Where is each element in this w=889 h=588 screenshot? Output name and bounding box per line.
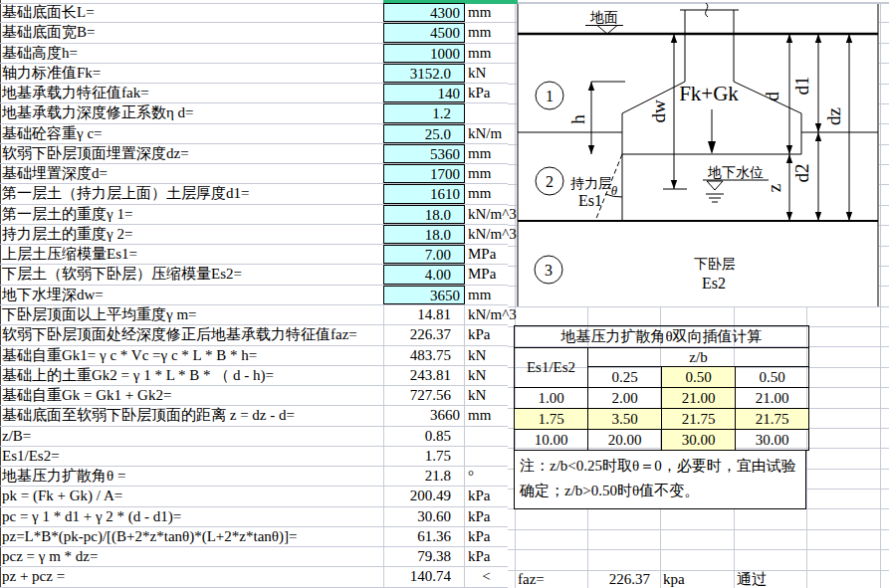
- dim-label-h: h: [567, 114, 588, 124]
- row-unit: kN/m^3: [465, 225, 508, 244]
- row-value-cell[interactable]: 21.8: [383, 467, 465, 486]
- dim-label-d1: d1: [791, 77, 812, 96]
- row-label: 基础上的土重Gk2 = γ 1 * L * B * （ d - h)=: [0, 366, 383, 385]
- row-value-cell[interactable]: 7.00: [383, 245, 465, 264]
- theta-col-header: 0.50: [662, 367, 736, 388]
- theta-col-header: 0.25: [588, 367, 662, 388]
- bearing-layer-label: 持力层: [570, 176, 612, 191]
- theta-cell: 10.00: [515, 430, 588, 451]
- sheet-row: 基础上的土重Gk2 = γ 1 * L * B * （ d - h)= 243.…: [0, 366, 508, 386]
- row-value-cell[interactable]: 3660: [383, 406, 465, 425]
- row-value-cell[interactable]: 727.56: [383, 386, 465, 405]
- dim-label-z: z: [764, 184, 784, 192]
- row-unit: °: [465, 467, 508, 486]
- verdict-faz-label: faz=: [518, 571, 587, 588]
- sheet-row: 软弱下卧层顶面埋置深度dz= 5360 mm: [0, 144, 508, 164]
- row-value-cell[interactable]: 4.00: [383, 265, 465, 284]
- load-label: Fk+Gk: [679, 82, 739, 105]
- row-value-cell[interactable]: 1.75: [383, 447, 465, 466]
- row-label: 基础底面宽B=: [0, 23, 383, 42]
- row-value-cell[interactable]: 200.49: [383, 487, 465, 505]
- verdict-faz-unit: kpa: [663, 571, 733, 588]
- row-value-cell[interactable]: 1.2: [383, 103, 465, 122]
- theta-interpolation-table: 地基压力扩散角θ双向插值计算 Es1/Es2 z/b 0.250.500.50 …: [514, 325, 809, 451]
- row-unit: mm: [465, 286, 508, 304]
- sheet-row: 轴力标准值Fk= 3152.0 kN: [0, 64, 508, 84]
- row-unit: kN: [465, 366, 508, 385]
- row-value-cell[interactable]: 0.85: [383, 427, 465, 446]
- row-label: 基础自重Gk1= γ c * Vc =γ c * L * B * h=: [0, 346, 383, 365]
- sheet-row: 基础底面至软弱下卧层顶面的距离 z = dz - d= 3660 mm: [0, 406, 508, 426]
- row-value-cell[interactable]: 483.75: [383, 346, 465, 365]
- row-label: 上层土压缩模量Es1=: [0, 245, 383, 264]
- row-value-cell[interactable]: 4500: [383, 23, 465, 42]
- theta-cell: 2.00: [588, 388, 662, 409]
- row-label: pz + pcz =: [0, 567, 383, 586]
- row-unit: kPa: [465, 325, 508, 344]
- row-label: pk = (Fk + Gk) / A=: [0, 487, 383, 505]
- sheet-row: 基础底面宽B= 4500 mm: [0, 23, 508, 43]
- row-value-cell[interactable]: 226.37: [383, 325, 465, 344]
- theta-cell: 21.75: [736, 409, 809, 430]
- underlying-layer-es2: Es2: [702, 275, 726, 292]
- sheet-row: 基础埋置深度d= 1700 mm: [0, 164, 508, 184]
- row-label: 基础高度h=: [0, 44, 383, 63]
- row-value-cell[interactable]: 79.38: [383, 547, 465, 566]
- theta-cell: 30.00: [662, 430, 736, 451]
- sheet-row: 下层土（软弱下卧层）压缩模量Es2= 4.00 MPa: [0, 265, 508, 285]
- sheet-row: pk = (Fk + Gk) / A= 200.49 kPa: [0, 487, 508, 506]
- row-unit: mm: [465, 3, 508, 22]
- row-value-cell[interactable]: 140: [383, 84, 465, 102]
- sheet-row: 基础自重Gk1= γ c * Vc =γ c * L * B * h= 483.…: [0, 346, 508, 366]
- sheet-row: 上层土压缩模量Es1= 7.00 MPa: [0, 245, 508, 265]
- sheet-row: 基础自重Gk = Gk1 + Gk2= 727.56 kN: [0, 386, 508, 406]
- row-value-cell[interactable]: 14.81: [383, 305, 465, 324]
- row-unit: mm: [465, 44, 508, 63]
- row-unit: kN: [465, 386, 508, 405]
- row-value-cell[interactable]: 1610: [383, 184, 465, 203]
- row-label: 基础底面长L=: [0, 3, 383, 22]
- row-label: 地下水埋深dw=: [0, 286, 383, 304]
- sheet-row: 地基承载力特征值fak= 140 kPa: [0, 84, 508, 103]
- row-unit: kN: [465, 346, 508, 365]
- row-unit: kPa: [465, 487, 508, 505]
- row-value-cell[interactable]: 4300: [383, 3, 465, 22]
- row-value-cell[interactable]: 1700: [383, 164, 465, 183]
- row-value-cell[interactable]: 25.0: [383, 124, 465, 143]
- row-unit: mm: [465, 23, 508, 42]
- theta-row: 1.753.5021.7521.75: [515, 409, 809, 430]
- row-value-cell[interactable]: 1000: [383, 44, 465, 63]
- sheet-row: z/B= 0.85: [0, 427, 508, 447]
- row-label: 地基压力扩散角θ =: [0, 467, 383, 486]
- theta-cell: 20.00: [588, 430, 662, 451]
- circle2-number: 2: [546, 173, 554, 190]
- verdict-faz-value: 226.37: [587, 571, 650, 588]
- row-label: 基础自重Gk = Gk1 + Gk2=: [0, 386, 383, 405]
- row-value-cell[interactable]: 18.0: [383, 205, 465, 224]
- foundation-diagram: 地面 Fk+Gk 1 2 3 h dw d d1 d2 z dz θ 地下水位 …: [508, 0, 889, 328]
- row-label: pcz = γ m * dz=: [0, 547, 383, 566]
- row-value-cell[interactable]: 3650: [383, 286, 465, 304]
- row-value-cell[interactable]: 3152.0: [383, 64, 465, 83]
- row-label: Es1/Es2=: [0, 447, 383, 466]
- underlying-layer-label: 下卧层: [694, 257, 736, 272]
- row-value-cell[interactable]: 30.60: [383, 507, 465, 526]
- row-unit: [465, 447, 508, 466]
- sheet-row: pz + pcz = 140.74 <: [0, 567, 508, 587]
- row-unit: kPa: [465, 547, 508, 566]
- row-label: 第一层土（持力层上面）土层厚度d1=: [0, 184, 383, 203]
- row-unit: kN/m: [465, 124, 508, 143]
- row-value-cell[interactable]: 18.0: [383, 225, 465, 244]
- row-unit: [465, 427, 508, 446]
- note-box: 注：z/b<0.25时取θ＝0，必要时，宜由试验确定；z/b>0.50时θ值不变…: [514, 450, 806, 509]
- theta-table-colgroup: z/b: [588, 348, 809, 367]
- sheet-row: 软弱下卧层顶面处经深度修正后地基承载力特征值faz= 226.37 kPa: [0, 325, 508, 345]
- row-value-cell[interactable]: 243.81: [383, 366, 465, 385]
- row-value-cell[interactable]: 5360: [383, 144, 465, 163]
- circle1-number: 1: [546, 88, 554, 104]
- row-value-cell[interactable]: 61.36: [383, 527, 465, 546]
- row-unit: kN: [465, 64, 508, 83]
- row-value-cell[interactable]: 140.74: [383, 567, 465, 586]
- row-unit: mm: [465, 164, 508, 183]
- row-unit: kPa: [465, 527, 508, 546]
